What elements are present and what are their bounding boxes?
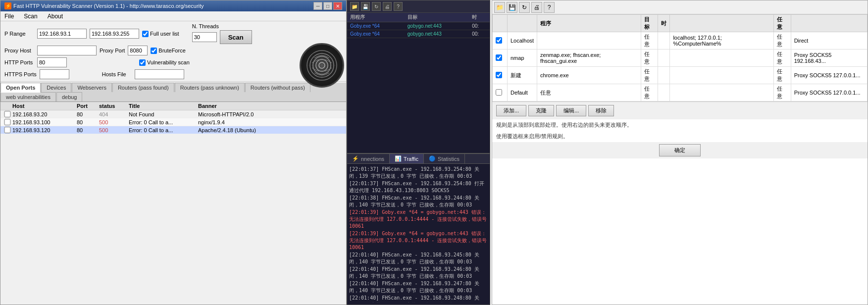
row-checkbox-1[interactable]	[2, 111, 12, 117]
proxy-row-new[interactable]: 新建 chrome.exe 任意 任意 Proxy SOCKS5 127.0.0…	[493, 67, 868, 84]
row-checkbox-3[interactable]	[2, 127, 12, 133]
title-bar-left: ⚡ Fast HTTP Vulnerability Scanner (Versi…	[4, 2, 204, 9]
proxy-op-nmap: 任意	[773, 50, 791, 67]
row-checkbox-2[interactable]	[2, 119, 12, 125]
menu-about[interactable]: About	[46, 13, 65, 20]
form-row-4: HTTPS Ports Hosts File	[4, 69, 342, 79]
proxy-check-new[interactable]	[496, 72, 502, 78]
tab-open-ports[interactable]: Open Ports	[0, 83, 41, 93]
goby-row[interactable]: Goby.exe *64 gobygo.net:443 00:	[347, 22, 490, 30]
proxy-folder-icon[interactable]: 📁	[494, 2, 505, 13]
ip-start-input[interactable]	[37, 29, 87, 39]
tab-routers-found[interactable]: Routers (pass found)	[112, 83, 174, 92]
goby-row[interactable]: Goby.exe *64 gobygo.net:443 00:	[347, 30, 490, 38]
proxy-name-new: 新建	[508, 67, 537, 84]
log-line-error: [22:01:39] Goby.exe *64 = gobygo.net:443…	[349, 209, 488, 230]
proxy-row-localhost[interactable]: Localhost 任意 localhost; 127.0.0.1; %Comp…	[493, 32, 868, 50]
tab-webservers[interactable]: Webservers	[72, 83, 111, 92]
proxy-th-target: 目标	[641, 15, 658, 32]
n-threads-input[interactable]	[192, 32, 217, 42]
goby-col-target: 目标	[405, 13, 469, 22]
clone-rule-button[interactable]: 克隆	[528, 105, 554, 116]
vulnerability-scan-label[interactable]: Vulnerability scan	[139, 59, 190, 66]
ip-end-input[interactable]	[90, 29, 139, 39]
proxy-note-1: 规则是从顶部到底部处理。使用右边的箭头来更改顺序。	[492, 119, 868, 131]
col-status: status	[99, 103, 129, 109]
proxy-refresh-icon[interactable]: ↻	[519, 2, 530, 13]
folder-icon[interactable]: 📁	[350, 2, 359, 11]
vulnerability-scan-checkbox[interactable]	[139, 59, 146, 66]
proxy-print-icon[interactable]: 🖨	[531, 2, 542, 13]
toolbar-area: P Range Full user list N. Threads Scan P…	[0, 21, 346, 82]
goby-connections-table: 用程序 目标 时 Goby.exe *64 gobygo.net:443 00:…	[347, 13, 490, 38]
proxy-row-nmap[interactable]: nmap zenmap.exe; fhscan.exe; fhscan_gui.…	[493, 50, 868, 67]
log-tab-statistics[interactable]: 🔵 Statistics	[424, 154, 465, 163]
tab-routers-without[interactable]: Routers (without pass)	[245, 83, 310, 92]
goby-col-time: 时	[469, 13, 490, 22]
proxy-ok-button[interactable]: 确定	[659, 144, 701, 156]
proxy-target-nmap: 任意	[641, 50, 658, 67]
proxy-check-default[interactable]	[496, 89, 502, 96]
log-line-error: [22:01:39] Goby.exe *64 = gobygo.net:443…	[349, 230, 488, 251]
brute-force-label[interactable]: BruteForce	[151, 48, 185, 54]
brute-force-checkbox[interactable]	[151, 48, 157, 54]
maximize-button[interactable]: □	[323, 2, 332, 10]
proxy-help-icon[interactable]: ?	[544, 2, 555, 13]
edit-rule-button[interactable]: 编辑...	[556, 105, 586, 116]
app-icon: ⚡	[4, 2, 11, 9]
proxy-type-new: Proxy SOCKS5 127.0.0.1...	[791, 67, 867, 84]
proxy-action-bar: 添加... 克隆 编辑... 移除	[492, 102, 868, 119]
table-row[interactable]: 192.168.93.100 80 500 Error: 0 Call to a…	[0, 118, 346, 126]
proxy-check-localhost[interactable]	[496, 37, 502, 44]
http-ports-input[interactable]	[37, 57, 67, 67]
proxy-host-input[interactable]	[37, 46, 97, 55]
tab-devices[interactable]: Devices	[41, 83, 71, 92]
proxy-ok-bar: 确定	[492, 142, 868, 158]
row-title-2: Error: 0 Call to a...	[129, 119, 198, 125]
results-table: 192.168.93.20 80 404 Not Found Microsoft…	[0, 110, 346, 134]
proxy-save-icon[interactable]: 💾	[507, 2, 517, 13]
proxy-time-nmap	[658, 50, 670, 67]
proxy-check-nmap[interactable]	[496, 54, 502, 61]
proxy-rules-table: 程序 目标 时 任意 Localhost 任意 localhost; 127.0…	[492, 14, 868, 102]
proxy-th-check	[493, 15, 508, 32]
proxy-type-nmap: Proxy SOCKS5 192.168.43...	[791, 50, 867, 67]
proxy-name-localhost: Localhost	[508, 32, 537, 50]
log-tab-traffic[interactable]: 📊 Traffic	[390, 154, 424, 163]
save-icon[interactable]: 💾	[361, 2, 370, 11]
tab-debug[interactable]: debug	[56, 92, 83, 102]
remove-rule-button[interactable]: 移除	[588, 105, 614, 116]
tab-routers-unknown[interactable]: Routers (pass unknown)	[175, 83, 245, 92]
menu-file[interactable]: File	[2, 13, 16, 20]
full-user-list-checkbox[interactable]	[142, 31, 149, 37]
proxy-hosts-localhost: localhost; 127.0.0.1; %ComputerName%	[670, 32, 773, 50]
proxy-th-op: 任意	[773, 15, 791, 32]
proxy-hosts-new	[670, 67, 773, 84]
refresh-icon[interactable]: ↻	[372, 2, 381, 11]
close-button[interactable]: ✕	[333, 2, 342, 10]
minimize-button[interactable]: ─	[313, 2, 322, 10]
log-tab-connections[interactable]: ⚡ nnections	[347, 154, 390, 163]
table-row[interactable]: 192.168.93.20 80 404 Not Found Microsoft…	[0, 110, 346, 118]
add-rule-button[interactable]: 添加...	[496, 105, 526, 116]
print-icon[interactable]: 🖨	[383, 2, 392, 11]
proxy-port-input[interactable]	[128, 46, 148, 55]
log-tabs: ⚡ nnections 📊 Traffic 🔵 Statistics	[347, 154, 490, 164]
row-host-1: 192.168.93.20	[12, 111, 77, 117]
menu-scan[interactable]: Scan	[22, 13, 39, 20]
log-line: [22:01:37] FHScan.exe - 192.168.93.254:8…	[349, 180, 488, 194]
goby-target-2: gobygo.net:443	[408, 31, 442, 37]
https-ports-input[interactable]	[40, 69, 69, 79]
http-ports-label: HTTP Ports	[4, 59, 34, 65]
tab-web-vulns[interactable]: web vulnerabilities	[0, 92, 56, 102]
row-host-2: 192.168.93.100	[12, 119, 77, 125]
log-line: [22:01:38] FHScan.exe - 192.168.93.244:8…	[349, 195, 488, 208]
form-row-2: Proxy Host Proxy Port BruteForce	[4, 46, 342, 55]
proxy-row-default[interactable]: Default 任意 任意 任意 Proxy SOCKS5 127.0.0.1.…	[493, 84, 868, 102]
hosts-file-input[interactable]	[135, 69, 184, 79]
full-user-list-label[interactable]: Full user list	[142, 31, 179, 37]
proxy-time-new	[658, 67, 670, 84]
scan-button[interactable]: Scan	[220, 30, 252, 44]
table-row[interactable]: 192.168.93.120 80 500 Error: 0 Call to a…	[0, 126, 346, 134]
help-icon[interactable]: ?	[394, 2, 403, 11]
